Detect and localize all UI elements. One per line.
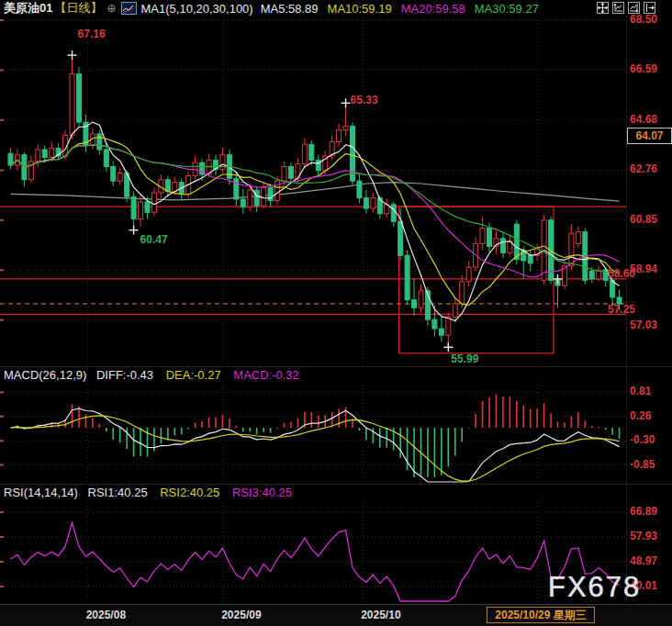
- current-date-box: 2025/10/29 星期三: [487, 607, 595, 623]
- macd-dea-value: DEA:-0.27: [166, 368, 221, 382]
- time-axis-label: 2025/10: [361, 609, 400, 621]
- panel-divider: [0, 366, 672, 367]
- price-marker-box: 64.07: [627, 128, 672, 144]
- axis-label: 48.97: [630, 554, 672, 567]
- rsi1-value: RSI1:40.25: [88, 486, 148, 499]
- axis-label: -0.85: [630, 458, 672, 471]
- axis-label: 66.89: [630, 505, 672, 518]
- chart-app: 美原油01 【日线】 ⊕ MA1(5,10,20,30,100) MA5:58.…: [0, 0, 672, 626]
- axis-frame-left-icon[interactable]: [612, 2, 624, 14]
- axis-label: 57.93: [630, 530, 672, 542]
- symbol-name[interactable]: 美原油01: [4, 0, 52, 17]
- time-axis-label: 2025/08: [86, 609, 126, 621]
- time-axis-label: 2025/09: [221, 609, 261, 621]
- macd-panel[interactable]: [0, 381, 672, 484]
- axis-label: 0.26: [630, 409, 672, 422]
- axis-label: 64.68: [630, 113, 672, 126]
- ma-group-label: MA1(5,10,20,30,100): [141, 2, 253, 16]
- trendline-price-label: 58.60: [608, 267, 635, 280]
- axis-label: 0.81: [630, 385, 672, 397]
- ma10-value: MA10:59.19: [328, 2, 392, 16]
- period-label[interactable]: 【日线】: [54, 0, 102, 17]
- rsi3-value: RSI3:40.25: [232, 486, 292, 499]
- ma5-value: MA5:58.89: [261, 2, 319, 16]
- axis-label: 57.03: [630, 319, 672, 331]
- rsi-header: RSI(14,14,14) RSI1:40.25 RSI2:40.25 RSI3…: [4, 486, 292, 498]
- axis-label: 60.85: [630, 213, 672, 226]
- macd-header: MACD(26,12,9) DIFF:-0.43 DEA:-0.27 MACD:…: [4, 368, 299, 381]
- axis-label: -0.30: [630, 433, 672, 446]
- axis-label: 58.94: [630, 263, 672, 275]
- price-chart-panel[interactable]: [0, 17, 672, 367]
- panel-divider: [0, 484, 672, 485]
- axis-label: 66.59: [630, 62, 672, 75]
- macd-macd-value: MACD:-0.32: [233, 368, 299, 382]
- move-icon[interactable]: [597, 2, 609, 14]
- rsi2-value: RSI2:40.25: [160, 486, 219, 499]
- axis-label: 68.50: [630, 13, 672, 26]
- high-price-label: 65.33: [351, 94, 378, 106]
- time-axis[interactable]: 2025/082025/092025/10 2025/10/29 星期三: [0, 604, 672, 626]
- watermark: FX678: [548, 571, 641, 604]
- rsi-title[interactable]: RSI(14,14,14): [4, 486, 78, 499]
- axis-label: 62.76: [630, 162, 672, 175]
- mini-chart-icon[interactable]: [121, 2, 137, 15]
- circle-plus-icon[interactable]: ⊕: [106, 2, 116, 15]
- high-price-label: 67.16: [78, 28, 106, 40]
- low-price-label: 60.47: [140, 233, 168, 246]
- ma30-value: MA30:59.27: [475, 2, 539, 16]
- trendline-price-label: 57.25: [608, 303, 635, 316]
- chart-header: 美原油01 【日线】 ⊕ MA1(5,10,20,30,100) MA5:58.…: [0, 0, 672, 17]
- ma20-value: MA20:59.58: [401, 2, 465, 16]
- macd-diff-value: DIFF:-0.43: [96, 368, 153, 382]
- low-price-label: 55.99: [451, 352, 478, 365]
- macd-title[interactable]: MACD(26,12,9): [4, 368, 86, 382]
